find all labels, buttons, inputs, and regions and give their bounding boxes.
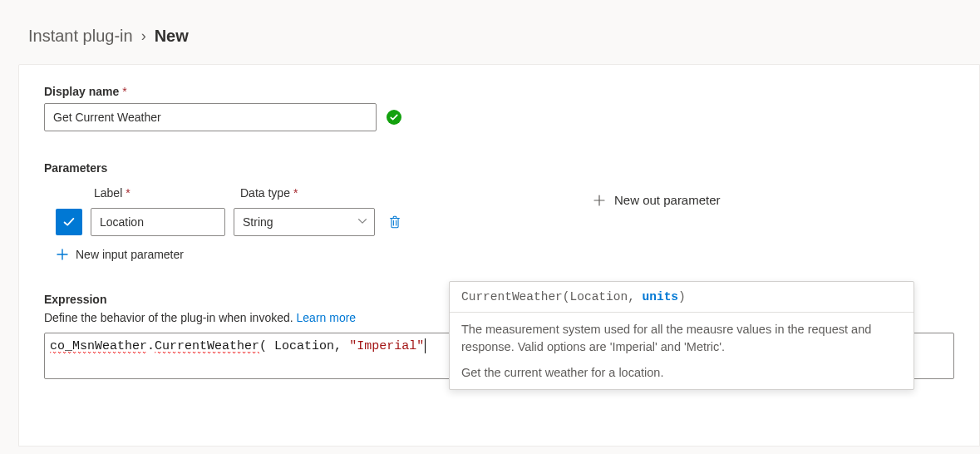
delete-parameter-button[interactable] [383,210,406,234]
function-description: Get the current weather for a location. [450,363,914,389]
trash-icon [387,215,402,229]
datatype-column-header: Data type* [240,186,382,200]
plus-icon [56,248,69,261]
breadcrumb-separator: › [141,27,146,45]
text-caret [425,338,426,353]
breadcrumb-parent[interactable]: Instant plug-in [28,27,133,46]
current-param: units [643,290,679,303]
signature-line: CurrentWeather(Location, units) [450,282,914,313]
breadcrumb: Instant plug-in › New [0,0,980,46]
new-out-parameter-button[interactable]: New out parameter [593,193,721,207]
parameter-row [56,208,954,236]
intellisense-tooltip: CurrentWeather(Location, units) The meas… [449,281,914,390]
expr-namespace: co_MsnWeather [50,339,147,354]
expr-arg1: Location [274,339,334,353]
parameter-checkbox[interactable] [56,209,82,235]
display-name-input[interactable] [44,103,377,131]
parameter-headers: Label* Data type* [94,186,954,200]
breadcrumb-current: New [155,27,189,46]
display-name-label: Display name* [44,85,954,98]
expr-function: CurrentWeather [155,339,259,354]
valid-check-icon [387,110,401,125]
expr-string: "Imperial" [349,339,424,353]
parameter-type-select[interactable] [234,208,375,236]
param-description: The measurement system used for all the … [450,313,914,363]
parameter-label-input[interactable] [91,208,225,236]
new-input-parameter-button[interactable]: New input parameter [56,248,954,261]
parameters-title: Parameters [44,161,954,175]
parameter-type-value[interactable] [234,208,375,236]
label-column-header: Label* [94,186,237,200]
plus-icon [593,194,606,207]
learn-more-link[interactable]: Learn more [297,311,357,324]
required-asterisk: * [122,85,126,98]
